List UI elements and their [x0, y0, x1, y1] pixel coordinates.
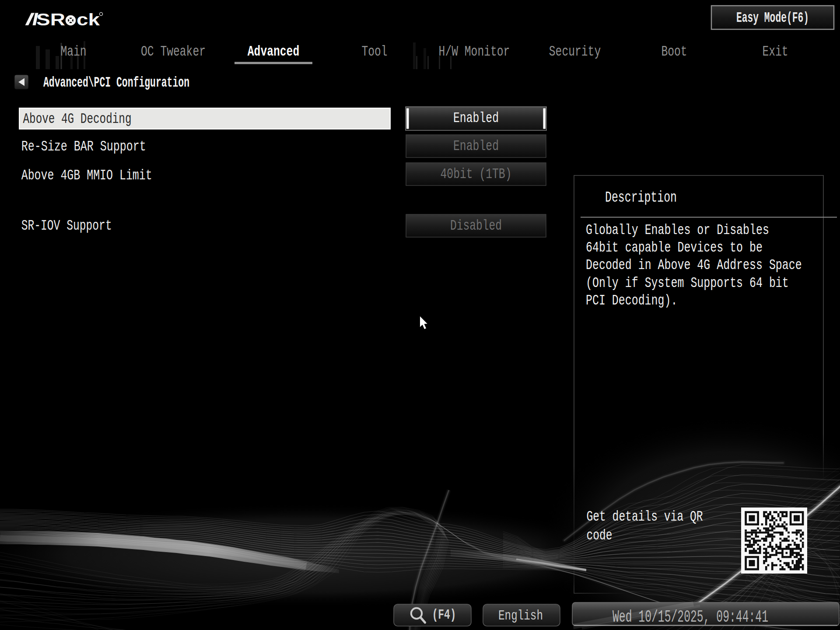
svg-text:40bit (1TB): 40bit (1TB) [441, 166, 512, 182]
svg-text:Globally Enables or Disables: Globally Enables or Disables [586, 222, 769, 238]
svg-text:H/W Monitor: H/W Monitor [439, 43, 510, 60]
svg-text:Boot: Boot [661, 43, 687, 60]
svg-text:Tool: Tool [361, 43, 387, 60]
svg-text:Above 4G Decoding: Above 4G Decoding [23, 111, 132, 127]
svg-text:PCI Decoding).: PCI Decoding). [586, 292, 677, 309]
svg-text:Advanced\PCI Configuration: Advanced\PCI Configuration [43, 74, 189, 91]
svg-text:Advanced: Advanced [248, 43, 299, 60]
svg-text:Get details via QR: Get details via QR [587, 508, 703, 525]
svg-text:OC Tweaker: OC Tweaker [141, 43, 206, 60]
svg-text:Disabled: Disabled [450, 217, 502, 234]
svg-text:SR: SR [36, 10, 65, 29]
svg-text:Security: Security [549, 43, 601, 60]
svg-text:Above 4GB MMIO Limit: Above 4GB MMIO Limit [21, 167, 152, 184]
svg-text:(Only if System Supports 64 bi: (Only if System Supports 64 bit [586, 275, 789, 291]
svg-text:64bit capable Devices to be: 64bit capable Devices to be [586, 239, 763, 256]
svg-text:(F4): (F4) [432, 607, 456, 623]
svg-text:Decoded in Above 4G Address Sp: Decoded in Above 4G Address Space [586, 257, 802, 273]
svg-text:Main: Main [60, 43, 86, 60]
svg-text:Enabled: Enabled [453, 110, 499, 126]
svg-text:Exit: Exit [762, 43, 788, 60]
svg-text:English: English [498, 608, 543, 623]
svg-text:code: code [587, 527, 612, 544]
svg-text:SR-IOV Support: SR-IOV Support [21, 217, 112, 234]
svg-text:Re-Size BAR Support: Re-Size BAR Support [21, 138, 146, 155]
svg-text:Enabled: Enabled [453, 138, 499, 154]
svg-text:Description: Description [605, 189, 677, 206]
svg-text:Easy Mode(F6): Easy Mode(F6) [736, 10, 809, 26]
svg-text:ck: ck [77, 10, 100, 29]
